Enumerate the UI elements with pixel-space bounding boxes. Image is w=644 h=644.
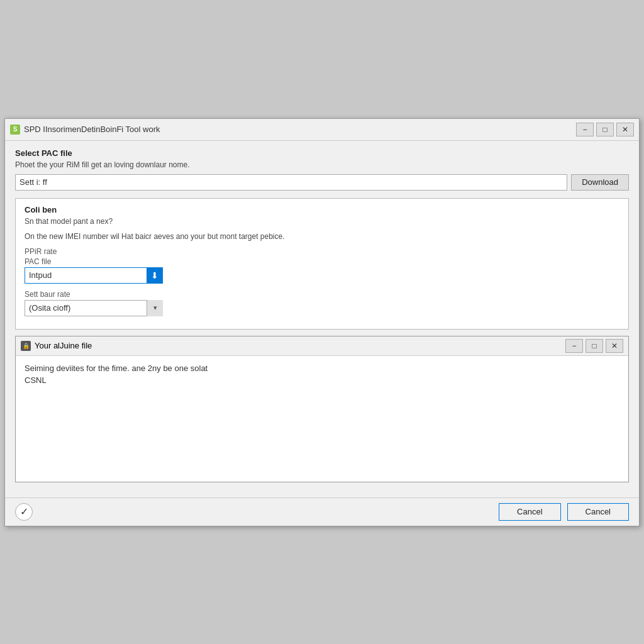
- sub-title-bar: 🔒 Your alJuine file − □ ✕: [16, 336, 628, 356]
- window-content: Select PAC file Phoet the your RiM fill …: [5, 141, 639, 497]
- title-bar: S SPD IInsorimenDetinBoinFi Tool work − …: [5, 119, 639, 141]
- bottom-bar: ✓ Cancel Cancel: [5, 497, 639, 526]
- check-icon-button[interactable]: ✓: [15, 503, 33, 521]
- main-window: S SPD IInsorimenDetinBoinFi Tool work − …: [4, 118, 640, 526]
- pac-file-input[interactable]: [15, 174, 567, 191]
- close-button[interactable]: ✕: [616, 123, 634, 136]
- pac-file-select[interactable]: Intpud: [25, 267, 163, 284]
- pac-section-desc: Phoet the your RiM fill get an loving do…: [15, 160, 629, 169]
- pac-file-select-wrapper: Intpud ⬇: [25, 267, 163, 284]
- ppr-rate-label: PPiR rate: [25, 247, 619, 256]
- sub-close-button[interactable]: ✕: [606, 339, 623, 353]
- sub-window: 🔒 Your alJuine file − □ ✕ Seiming deviit…: [15, 336, 629, 482]
- sub-maximize-button[interactable]: □: [586, 339, 603, 353]
- minimize-button[interactable]: −: [576, 123, 594, 136]
- sett-baur-label: Sett baur rate: [25, 290, 619, 299]
- caliben-group: Coli ben Sn that model pant a nex? On th…: [15, 198, 629, 330]
- pac-file-label: PAC file: [25, 257, 619, 266]
- sub-minimize-button[interactable]: −: [565, 339, 583, 353]
- sub-window-content: Seiming deviites for the fime. ane 2ny b…: [16, 356, 628, 482]
- sub-window-title: Your alJuine file: [35, 341, 92, 350]
- sett-baur-select[interactable]: (Osita cioff): [25, 300, 163, 316]
- pac-input-row: Download: [15, 174, 629, 191]
- title-bar-controls: − □ ✕: [576, 123, 634, 136]
- sub-window-line1: Seiming deviites for the fime. ane 2ny b…: [25, 364, 619, 373]
- sett-baur-field-group: (Osita cioff) ▾: [25, 300, 619, 316]
- download-button[interactable]: Download: [571, 174, 629, 191]
- sett-baur-select-wrapper: (Osita cioff) ▾: [25, 300, 163, 316]
- caliben-line1: Sn that model pant a nex?: [25, 217, 619, 226]
- caliben-line2: On the new IMEI number wil Hat baicr aev…: [25, 232, 619, 241]
- bottom-buttons: Cancel Cancel: [499, 503, 629, 521]
- sub-window-line2: CSNL: [25, 375, 619, 385]
- sub-window-icon: 🔒: [21, 341, 31, 351]
- maximize-button[interactable]: □: [596, 123, 614, 136]
- caliben-title: Coli ben: [25, 205, 619, 214]
- app-icon: S: [10, 125, 20, 135]
- cancel-button-2[interactable]: Cancel: [567, 503, 629, 521]
- cancel-button-1[interactable]: Cancel: [499, 503, 560, 521]
- pac-section-title: Select PAC file: [15, 148, 629, 158]
- window-title: SPD IInsorimenDetinBoinFi Tool work: [24, 125, 160, 134]
- pac-file-field-group: Intpud ⬇: [25, 267, 619, 284]
- title-bar-left: S SPD IInsorimenDetinBoinFi Tool work: [10, 125, 160, 135]
- sub-title-bar-controls: − □ ✕: [565, 339, 623, 353]
- sub-title-left: 🔒 Your alJuine file: [21, 341, 92, 351]
- bottom-left: ✓: [15, 503, 33, 521]
